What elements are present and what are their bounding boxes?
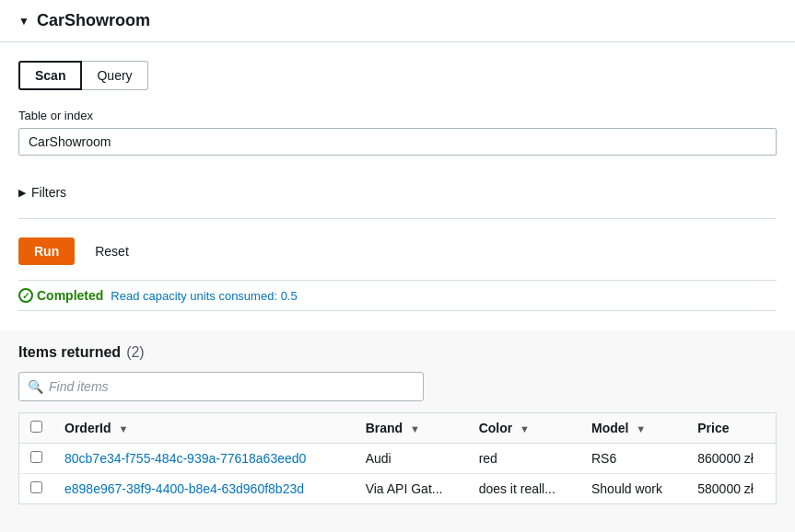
col-header-color[interactable]: Color ▼ [468,413,580,444]
cell-price-0: 860000 zł [686,444,776,474]
status-detail: Read capacity units consumed: 0.5 [111,289,297,303]
col-header-orderid[interactable]: OrderId ▼ [53,413,355,444]
orderid-link-1[interactable]: e898e967-38f9-4400-b8e4-63d960f8b23d [64,481,304,496]
results-section: Items returned (2) 🔍 OrderId ▼ Brand ▼ [0,330,795,519]
orderid-link-0[interactable]: 80cb7e34-f755-484c-939a-77618a63eed0 [64,451,306,466]
cell-price-1: 580000 zł [686,474,776,504]
table-row: e898e967-38f9-4400-b8e4-63d960f8b23d Via… [19,474,777,504]
results-header: Items returned (2) [18,344,777,361]
col-label-brand: Brand [366,421,403,435]
sort-icon-brand: ▼ [410,423,420,434]
row-checkbox-1[interactable] [30,481,42,493]
tab-group: Scan Query [18,61,777,90]
col-label-color: Color [479,421,513,435]
results-title: Items returned [18,344,121,361]
sort-icon-model: ▼ [636,423,646,434]
cell-color-0: red [468,444,580,474]
col-header-model[interactable]: Model ▼ [580,413,686,444]
col-label-price: Price [697,421,729,435]
action-bar: Run Reset [18,237,777,265]
status-completed: ✓ Completed [18,288,103,303]
search-box: 🔍 [18,372,424,401]
page-title: CarShowroom [37,11,150,30]
reset-button[interactable]: Reset [86,238,138,264]
row-checkbox-cell [19,444,54,474]
cell-orderid-0[interactable]: 80cb7e34-f755-484c-939a-77618a63eed0 [53,444,355,474]
cell-orderid-1[interactable]: e898e967-38f9-4400-b8e4-63d960f8b23d [53,474,355,504]
status-detail-value: 0.5 [281,289,298,303]
table-header-row: OrderId ▼ Brand ▼ Color ▼ Model ▼ Price [19,413,777,444]
collapse-arrow-icon[interactable]: ▼ [18,15,29,28]
col-header-brand[interactable]: Brand ▼ [355,413,468,444]
main-content: Scan Query Table or index ▶ Filters Run … [0,42,795,330]
select-all-header [19,413,54,444]
col-label-model: Model [591,421,628,435]
table-index-label: Table or index [18,109,777,122]
filters-toggle-button[interactable]: ▶ Filters [18,185,66,200]
table-row: 80cb7e34-f755-484c-939a-77618a63eed0 Aud… [19,444,777,474]
cell-brand-0: Audi [355,444,468,474]
sort-icon-orderid: ▼ [118,423,128,434]
divider-1 [18,218,777,219]
search-icon: 🔍 [28,379,43,394]
row-checkbox-0[interactable] [30,451,42,463]
select-all-checkbox[interactable] [30,421,42,433]
check-circle-icon: ✓ [18,288,33,303]
table-index-field-group: Table or index [18,109,777,156]
row-checkbox-cell [19,474,54,504]
cell-model-1: Should work [580,474,686,504]
data-table: OrderId ▼ Brand ▼ Color ▼ Model ▼ Price [18,412,777,504]
results-count: (2) [126,344,145,361]
filters-section: ▶ Filters [18,170,777,200]
sort-icon-color: ▼ [520,423,530,434]
tab-scan[interactable]: Scan [18,61,82,90]
search-input[interactable] [18,372,424,401]
page-header: ▼ CarShowroom [0,0,795,42]
col-header-price: Price [686,413,776,444]
tab-query[interactable]: Query [82,61,147,90]
col-label-orderid: OrderId [64,421,111,435]
filters-label: Filters [31,185,66,200]
run-button[interactable]: Run [18,237,75,265]
completed-label: Completed [37,288,103,303]
status-bar: ✓ Completed Read capacity units consumed… [18,280,777,311]
filters-arrow-icon: ▶ [18,187,26,199]
table-index-input[interactable] [18,128,777,156]
status-detail-prefix: Read capacity units consumed: [111,289,280,303]
cell-model-0: RS6 [580,444,686,474]
cell-brand-1: Via API Gat... [355,474,468,504]
cell-color-1: does it reall... [468,474,580,504]
